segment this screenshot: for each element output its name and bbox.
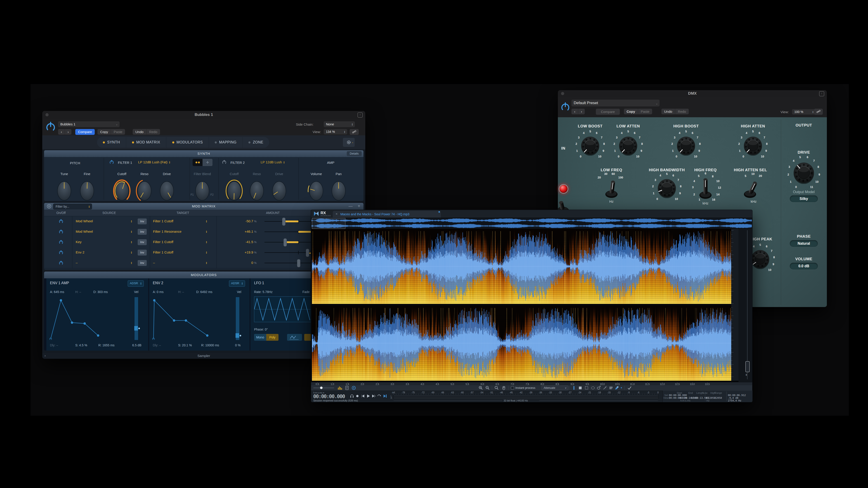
compare-button[interactable]: Compare — [75, 129, 95, 135]
filter-config-toggle[interactable]: ✛ — [193, 159, 213, 166]
remove-row-button[interactable]: — — [348, 204, 352, 208]
playhead-mode-icon[interactable] — [351, 386, 356, 390]
target-dropdown[interactable]: Filter 1 Cutoff▲▼ — [153, 250, 210, 254]
filter1-cutoff-knob[interactable] — [111, 178, 133, 201]
playhead-time[interactable]: 00:00:00.000 — [313, 394, 345, 399]
go-to-end-button[interactable] — [372, 394, 376, 398]
view-zoom-dropdown[interactable]: 134 %▲▼ — [324, 129, 347, 134]
undo-redo-buttons[interactable]: UndoRedo — [133, 129, 160, 135]
env-param[interactable]: D: 303 ms — [93, 290, 108, 294]
attenuate-dropdown[interactable]: Attenuate ∨ — [541, 386, 568, 390]
filter2-preset-dropdown[interactable]: LP 12dB Lush▲▼ — [260, 160, 297, 164]
tab-mapping[interactable]: MAPPING — [209, 137, 243, 148]
tune-knob[interactable] — [53, 178, 75, 201]
brush-selection-icon[interactable] — [614, 386, 619, 390]
blend-slider-handle[interactable] — [745, 361, 749, 372]
amount-value[interactable]: 0 % — [225, 261, 256, 265]
blend-slider-track[interactable] — [747, 230, 747, 379]
pop-out-icon[interactable]: ↑ — [819, 91, 824, 96]
side-chain-dropdown[interactable]: None▲▼ — [324, 121, 355, 127]
invert-button[interactable]: Inv — [138, 219, 147, 224]
pop-out-icon[interactable]: ↑ — [358, 112, 363, 118]
lfo-waveshape-button[interactable] — [287, 334, 302, 341]
view-zoom-dropdown[interactable]: 100 %▲▼ — [792, 109, 815, 115]
pan-knob[interactable] — [328, 178, 349, 201]
source-dropdown[interactable]: Env 2▲▼ — [76, 250, 132, 254]
attenuation-history-icon[interactable] — [337, 386, 342, 390]
slider-arrow-icon[interactable]: ⇕ — [745, 373, 747, 377]
spectrogram-channel-right[interactable] — [312, 306, 731, 381]
magic-wand-icon[interactable] — [602, 386, 608, 390]
filter-blend-knob[interactable] — [191, 178, 213, 201]
row-power-button[interactable] — [59, 229, 64, 235]
row-power-button[interactable] — [59, 219, 64, 225]
source-dropdown[interactable]: Mod Wheel▲▼ — [76, 230, 132, 233]
knob-low-atten[interactable] — [618, 136, 638, 156]
filter2-drive-knob[interactable] — [268, 178, 290, 201]
velocity-handle[interactable] — [134, 326, 138, 330]
tab-mod-matrix[interactable]: MOD MATRIX — [126, 137, 166, 148]
row-power-button[interactable] — [59, 250, 64, 256]
preset-dropdown[interactable]: Bubbles 1⌄ — [58, 121, 120, 127]
slider-handle[interactable] — [283, 238, 287, 247]
knob-drive[interactable] — [793, 162, 815, 184]
filter1-power-button[interactable] — [109, 160, 114, 166]
time-selection-icon[interactable] — [571, 386, 577, 390]
filter1-reso-knob[interactable] — [133, 178, 155, 201]
phase-value[interactable]: Natural — [790, 240, 818, 247]
monitor-icon[interactable] — [350, 394, 354, 398]
env-param[interactable]: Dly: – — [50, 344, 58, 347]
zoom-selection-icon[interactable] — [494, 386, 499, 390]
pan-hand-icon[interactable] — [501, 386, 506, 390]
velocity-slider[interactable] — [134, 297, 138, 340]
zoom-slider-handle[interactable] — [320, 387, 322, 389]
env-param[interactable]: S: 20.1 % — [178, 344, 192, 347]
zoom-out-icon[interactable] — [485, 386, 490, 390]
knob-high-atten[interactable] — [743, 136, 763, 156]
copy-paste-buttons[interactable]: CopyPaste — [97, 129, 125, 135]
env-param[interactable]: R: 1655 ms — [98, 344, 115, 347]
env-param[interactable]: A: 0 ms — [153, 290, 163, 294]
amount-value[interactable]: -41.5 % — [225, 240, 256, 244]
env-param[interactable]: A: 645 ms — [50, 290, 64, 294]
env-param[interactable]: H: – — [178, 290, 184, 294]
apply-check-icon[interactable] — [627, 386, 632, 390]
tool-caret-icon[interactable]: ▼ — [620, 387, 622, 389]
time-ruler[interactable]: 0,51,01,52,02,53,03,54,04,55,05,56,06,57… — [311, 382, 752, 385]
amount-value[interactable]: +19.9 % — [225, 250, 256, 254]
time-frequency-selection-icon[interactable] — [578, 386, 583, 390]
output-model-value[interactable]: Silky — [790, 195, 818, 202]
sampler-titlebar[interactable]: Bubbles 1 ↑ — [42, 111, 365, 119]
invert-button[interactable]: Inv — [138, 260, 147, 266]
env-param[interactable]: H: – — [75, 290, 81, 294]
marquee-selection-icon[interactable] — [584, 386, 589, 390]
row-power-button[interactable] — [59, 240, 64, 246]
tab-close-icon[interactable]: ✕ — [336, 213, 338, 216]
invert-button[interactable]: Inv — [138, 250, 147, 256]
amount-value[interactable]: +46.1 % — [225, 230, 256, 233]
envelope-mode-dropdown[interactable]: ADSR ▲▼ — [229, 281, 245, 287]
preset-nav-buttons[interactable]: ‹› — [58, 129, 71, 135]
preset-dropdown[interactable]: Default Preset⌄ — [571, 100, 659, 106]
magic-lasso-icon[interactable] — [596, 386, 601, 390]
overview-zoom-slider[interactable] — [313, 388, 334, 388]
loop-button[interactable] — [377, 394, 381, 398]
details-button[interactable]: Details — [347, 151, 362, 156]
play-button[interactable] — [366, 394, 370, 398]
copy-paste-buttons[interactable]: CopyPaste — [624, 109, 652, 114]
volume-knob[interactable] — [305, 178, 327, 201]
play-selection-button[interactable] — [383, 394, 387, 398]
rx-titlebar[interactable]: RX ADVANCED ✕ Maceo and the Macks - Soul… — [311, 210, 752, 218]
poly-button[interactable]: Poly — [266, 334, 278, 341]
knob-low-boost[interactable] — [580, 136, 600, 156]
target-dropdown[interactable]: Filter 1 Resonance▲▼ — [153, 230, 210, 233]
plugin-power-button[interactable] — [45, 121, 56, 133]
mono-poly-toggle[interactable]: MonoPoly — [254, 334, 278, 341]
target-dropdown[interactable]: Filter 1 Cutoff▲▼ — [153, 240, 210, 244]
undo-redo-buttons[interactable]: UndoRedo — [661, 109, 689, 114]
tab-zone[interactable]: ZONE — [243, 137, 269, 148]
document-icon[interactable] — [344, 386, 349, 390]
overview-view-region[interactable] — [312, 218, 345, 229]
invert-button[interactable]: Inv — [138, 229, 147, 235]
source-dropdown[interactable]: Key▲▼ — [76, 240, 132, 244]
